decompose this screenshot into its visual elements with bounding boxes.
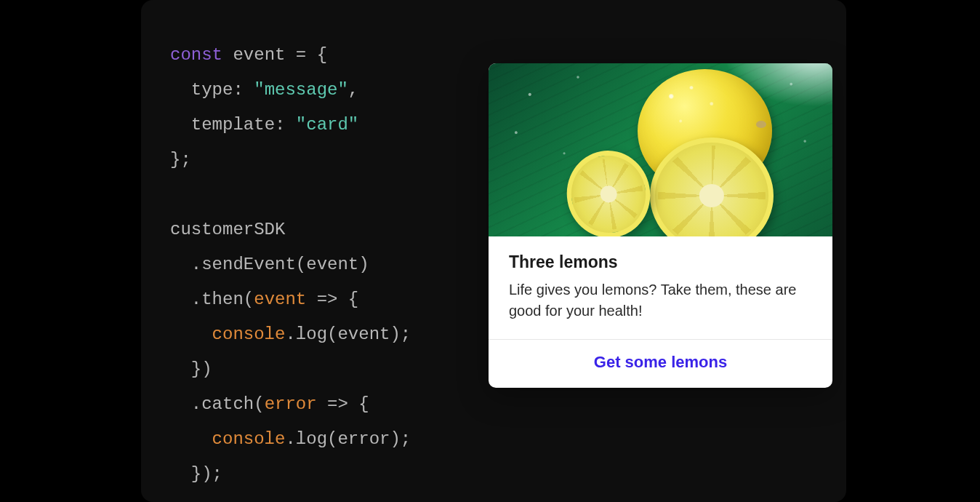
code-token-call: .log(event); <box>285 324 411 344</box>
card-cta-button[interactable]: Get some lemons <box>594 353 727 372</box>
code-token-prop: template: <box>191 115 296 135</box>
code-token-variable: event <box>222 45 296 65</box>
card-image <box>489 63 832 236</box>
code-indent <box>170 429 212 449</box>
code-token-punct: }; <box>170 150 191 170</box>
code-token-arrow: => { <box>306 290 358 309</box>
card-body: Three lemons Life gives you lemons? Take… <box>489 236 832 339</box>
code-indent <box>170 394 191 414</box>
code-indent <box>170 359 191 379</box>
code-indent <box>170 80 191 100</box>
code-indent <box>170 324 212 344</box>
code-token-call: .catch( <box>191 394 265 414</box>
code-token-call: .log(error); <box>285 429 411 449</box>
code-token-param: event <box>254 290 306 309</box>
code-token-arrow: => { <box>317 394 369 414</box>
code-token-call: .then( <box>191 290 254 309</box>
code-indent <box>170 464 191 484</box>
code-token-identifier: customerSDK <box>170 220 285 239</box>
code-token-object: console <box>212 429 286 449</box>
card-title: Three lemons <box>509 252 812 272</box>
card-cta-area: Get some lemons <box>489 340 832 388</box>
code-token-punct: }) <box>191 359 212 379</box>
code-token-call: .sendEvent(event) <box>191 255 369 274</box>
code-token-string: "message" <box>254 80 348 100</box>
code-indent <box>170 255 191 274</box>
code-token-punct: }); <box>191 464 222 484</box>
code-token-object: console <box>212 324 286 344</box>
card-description: Life gives you lemons? Take them, these … <box>509 279 812 322</box>
code-token-punct: = { <box>296 45 327 65</box>
code-token-string: "card" <box>296 115 358 135</box>
preview-card: Three lemons Life gives you lemons? Take… <box>489 63 832 388</box>
code-indent <box>170 115 191 135</box>
code-token-prop: type: <box>191 80 254 100</box>
code-token-keyword: const <box>170 45 222 65</box>
code-indent <box>170 290 191 309</box>
code-token-param: error <box>265 394 317 414</box>
code-token-punct: , <box>348 80 358 100</box>
